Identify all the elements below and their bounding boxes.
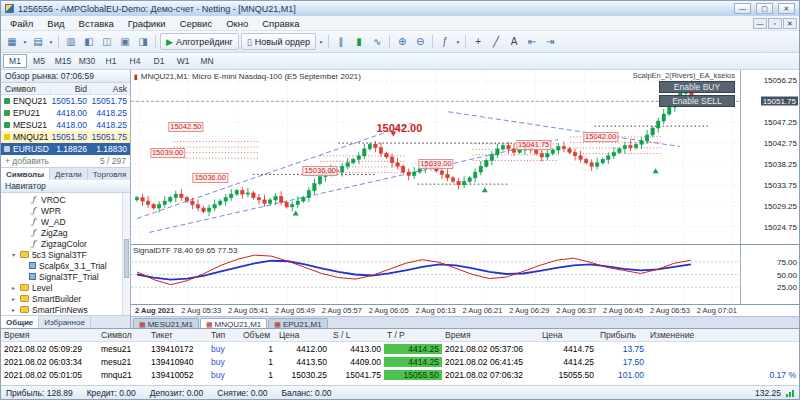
chart-plot-area[interactable]: ▮ MNQU21,M1: Micro E-mini Nasdaq-100 (E5…	[131, 70, 741, 244]
timeframe-h4[interactable]: H4	[123, 54, 147, 68]
market-watch-row[interactable]: EURUSD1.188261.18830	[1, 143, 130, 155]
tree-expander-icon[interactable]: ▸	[10, 284, 17, 291]
autoscroll-icon[interactable]: ⇥	[541, 33, 559, 50]
history-column-header-2[interactable]: Тикет	[148, 330, 208, 340]
navigator-item[interactable]: Scalp6x_3.1_Trial	[1, 260, 130, 271]
history-column-header-8[interactable]: Время	[442, 330, 539, 340]
history-column-header-5[interactable]: Цена	[276, 330, 330, 340]
history-column-header-0[interactable]: Время	[1, 330, 98, 340]
market-watch-column-2[interactable]: Ask	[90, 84, 130, 94]
navigator-item[interactable]: ƒWPR	[1, 205, 130, 216]
history-column-header-11[interactable]: Изменение	[647, 330, 799, 340]
market-watch-row[interactable]: ENQU2115051.5015051.75	[1, 95, 130, 107]
navigator-item[interactable]: Signal3TF_Trial	[1, 271, 130, 282]
navigator-item[interactable]: ƒZigzagColor	[1, 238, 130, 249]
tab-символы[interactable]: Символы	[1, 168, 50, 180]
tree-expander-icon[interactable]: ▾	[10, 251, 17, 258]
indicator-pane[interactable]: SignalDTF 78.40 69.65 77.53	[131, 245, 741, 304]
history-column-header-6[interactable]: S / L	[330, 330, 384, 340]
market-watch-tabs: СимволыДеталиТорговляТик	[1, 167, 130, 180]
navigator-item[interactable]: ▸SmartBuilder	[1, 293, 130, 304]
mdi-close-button[interactable]: ✕	[783, 18, 797, 29]
timeframe-h1[interactable]: H1	[99, 54, 123, 68]
time-axis[interactable]: 2 Aug 20212 Aug 05:332 Aug 05:412 Aug 05…	[131, 305, 741, 316]
price-axis[interactable]: 15056.2515051.7515047.2515042.7515038.25…	[741, 70, 799, 244]
nav-tab-избранное[interactable]: Избранное	[39, 316, 91, 328]
timeframe-m5[interactable]: M5	[27, 54, 51, 68]
history-column-header-1[interactable]: Символ	[98, 330, 148, 340]
close-button[interactable]: ✕	[778, 3, 795, 14]
data-window-icon[interactable]: ◧	[80, 33, 98, 50]
market-watch-add-row[interactable]: + добавить 5 / 297	[1, 155, 130, 167]
history-row[interactable]: 2021.08.02 05:09:29mesu21139410172buy144…	[1, 342, 799, 355]
menu-view[interactable]: Вид	[40, 16, 71, 30]
text-label-icon[interactable]: A	[505, 33, 523, 50]
menu-window[interactable]: Окно	[219, 16, 255, 30]
maximize-button[interactable]: ▢	[756, 3, 773, 14]
tree-expander-icon[interactable]: ▸	[10, 295, 17, 302]
dropdown-arrow-icon[interactable]: ▼	[21, 33, 29, 50]
market-watch-column-1[interactable]: Bid	[50, 84, 90, 94]
minimize-button[interactable]: —	[734, 3, 751, 14]
navigator-item[interactable]: ƒVROC	[1, 194, 130, 205]
new-chart-icon[interactable]: ▦	[3, 33, 21, 50]
zoom-out-icon[interactable]: ⊖	[411, 33, 429, 50]
shift-chart-icon[interactable]: ⇤	[523, 33, 541, 50]
enable-buy-button[interactable]: Enable BUY	[659, 81, 735, 93]
navigator-item[interactable]: ▾5c3 Signal3TF	[1, 249, 130, 260]
market-watch-row[interactable]: EPU214418.004418.25	[1, 107, 130, 119]
trendline-icon[interactable]: ╱	[487, 33, 505, 50]
enable-sell-button[interactable]: Enable SELL	[659, 95, 735, 107]
dropdown-arrow-icon[interactable]: ▼	[47, 33, 55, 50]
timeframe-w1[interactable]: W1	[171, 54, 195, 68]
timeframe-mn[interactable]: MN	[195, 54, 219, 68]
mdi-restore-button[interactable]: ▫	[768, 18, 782, 29]
navigator-item[interactable]: ▸SmartFinNews	[1, 304, 130, 315]
market-watch-row[interactable]: MESU214418.004418.25	[1, 119, 130, 131]
tab-детали[interactable]: Детали	[50, 168, 88, 180]
strategy-tester-icon[interactable]: ◨	[134, 33, 152, 50]
new-order-button[interactable]: ▯Новый ордер	[241, 33, 316, 50]
menu-charts[interactable]: Графики	[121, 16, 173, 30]
navigator-scrollbar[interactable]	[122, 193, 130, 315]
history-row[interactable]: 2021.08.02 06:03:34mesu21139410940buy144…	[1, 355, 799, 368]
history-row[interactable]: 2021.08.02 05:01:05mnqu21139410052buy115…	[1, 368, 799, 381]
menu-insert[interactable]: Вставка	[72, 16, 121, 30]
crosshair-icon[interactable]: +	[469, 33, 487, 50]
chart-bars-icon[interactable]: ∥	[332, 33, 350, 50]
history-column-header-4[interactable]: Объем	[240, 330, 276, 340]
navigator-icon[interactable]: ◫	[98, 33, 116, 50]
toolbox-icon[interactable]: ▣	[116, 33, 134, 50]
history-cell: 101.00	[597, 370, 647, 380]
navigator-item[interactable]: ƒW_AD	[1, 216, 130, 227]
profiles-icon[interactable]: ▤	[29, 33, 47, 50]
nav-tab-общие[interactable]: Общие	[1, 316, 39, 328]
navigator-item[interactable]: ƒZigZag	[1, 227, 130, 238]
timeframe-m1[interactable]: M1	[3, 54, 27, 68]
menu-file[interactable]: Файл	[3, 16, 40, 30]
market-watch-icon[interactable]: ▥	[62, 33, 80, 50]
zoom-in-icon[interactable]: ⊕	[393, 33, 411, 50]
history-column-header-3[interactable]: Тип	[208, 330, 240, 340]
history-column-header-10[interactable]: Прибыль	[597, 330, 647, 340]
market-watch-column-0[interactable]: Символ	[1, 84, 50, 94]
market-watch-row[interactable]: MNQU2115051.5015051.75	[1, 131, 130, 143]
timeframe-m30[interactable]: M30	[75, 54, 99, 68]
menu-tools[interactable]: Сервис	[173, 16, 220, 30]
timeframe-m15[interactable]: M15	[51, 54, 75, 68]
algo-trading-button[interactable]: ▶Алготрейдинг	[160, 33, 239, 50]
dropdown-arrow-icon[interactable]: ▼	[317, 33, 325, 50]
mdi-minimize-button[interactable]: —	[753, 18, 767, 29]
navigator-item[interactable]: ▸Level	[1, 282, 130, 293]
tree-expander-icon[interactable]: ▸	[10, 306, 17, 313]
scrollbar-thumb[interactable]	[124, 239, 129, 278]
indicators-icon[interactable]: ƒ	[436, 33, 454, 50]
tab-торговля[interactable]: Торговля	[88, 168, 132, 180]
history-column-header-7[interactable]: T / P	[384, 330, 442, 340]
timeframe-d1[interactable]: D1	[147, 54, 171, 68]
chart-line-icon[interactable]: ∿	[368, 33, 386, 50]
dropdown-arrow-icon[interactable]: ▼	[454, 33, 462, 50]
chart-candles-icon[interactable]: ▮	[350, 33, 368, 50]
history-column-header-9[interactable]: Цена	[539, 330, 597, 340]
menu-help[interactable]: Справка	[255, 16, 306, 30]
